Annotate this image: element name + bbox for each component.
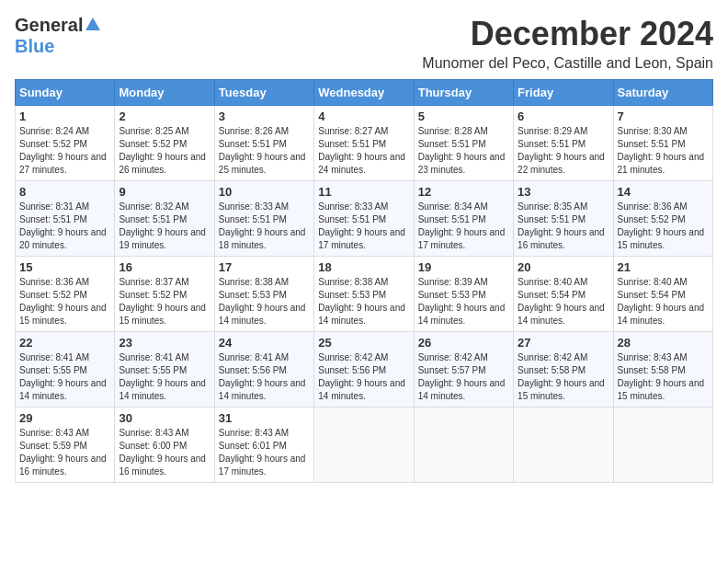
sunset-label: Sunset: 5:51 PM (19, 214, 87, 224)
sunset-label: Sunset: 5:56 PM (219, 365, 287, 375)
day-info: Sunrise: 8:38 AM Sunset: 5:53 PM Dayligh… (318, 276, 409, 327)
day-cell-6: 6 Sunrise: 8:29 AM Sunset: 5:51 PM Dayli… (514, 106, 613, 181)
calendar-week-row: 22 Sunrise: 8:41 AM Sunset: 5:55 PM Dayl… (16, 332, 713, 408)
day-number: 28 (618, 336, 709, 350)
day-info: Sunrise: 8:29 AM Sunset: 5:51 PM Dayligh… (518, 125, 609, 177)
day-cell-31: 31 Sunrise: 8:43 AM Sunset: 6:01 PM Dayl… (214, 408, 313, 483)
day-info: Sunrise: 8:37 AM Sunset: 5:52 PM Dayligh… (119, 276, 210, 327)
day-info: Sunrise: 8:36 AM Sunset: 5:52 PM Dayligh… (19, 276, 110, 327)
day-cell-1: 1 Sunrise: 8:24 AM Sunset: 5:52 PM Dayli… (16, 106, 115, 181)
day-cell-17: 17 Sunrise: 8:38 AM Sunset: 5:53 PM Dayl… (214, 257, 313, 332)
day-cell-29: 29 Sunrise: 8:43 AM Sunset: 5:59 PM Dayl… (16, 408, 115, 483)
day-number: 14 (618, 185, 709, 199)
day-number: 4 (318, 109, 409, 123)
day-cell-14: 14 Sunrise: 8:36 AM Sunset: 5:52 PM Dayl… (613, 181, 712, 257)
sunrise-label: Sunrise: 8:32 AM (119, 201, 188, 212)
weekday-header-wednesday: Wednesday (314, 80, 414, 106)
day-cell-26: 26 Sunrise: 8:42 AM Sunset: 5:57 PM Dayl… (414, 332, 513, 408)
sunset-label: Sunset: 6:01 PM (219, 441, 287, 451)
sunrise-label: Sunrise: 8:37 AM (119, 277, 188, 287)
day-cell-23: 23 Sunrise: 8:41 AM Sunset: 5:55 PM Dayl… (115, 332, 214, 408)
daylight-label: Daylight: 9 hours and 23 minutes. (418, 152, 506, 175)
sunrise-label: Sunrise: 8:26 AM (219, 126, 289, 136)
sunrise-label: Sunrise: 8:30 AM (618, 126, 688, 136)
weekday-header-saturday: Saturday (613, 80, 712, 106)
daylight-label: Daylight: 9 hours and 14 minutes. (518, 303, 605, 326)
empty-day-cell (514, 408, 613, 483)
day-number: 16 (119, 260, 210, 274)
sunrise-label: Sunrise: 8:43 AM (19, 428, 89, 438)
day-number: 22 (19, 336, 110, 350)
day-cell-11: 11 Sunrise: 8:33 AM Sunset: 5:51 PM Dayl… (314, 181, 414, 257)
daylight-label: Daylight: 9 hours and 15 minutes. (119, 303, 206, 326)
day-info: Sunrise: 8:24 AM Sunset: 5:52 PM Dayligh… (19, 125, 110, 177)
logo-general-text: General (15, 15, 83, 36)
day-info: Sunrise: 8:41 AM Sunset: 5:55 PM Dayligh… (19, 351, 110, 403)
daylight-label: Daylight: 9 hours and 15 minutes. (618, 227, 705, 250)
daylight-label: Daylight: 9 hours and 21 minutes. (618, 152, 705, 175)
logo: General Blue (15, 15, 101, 57)
day-info: Sunrise: 8:33 AM Sunset: 5:51 PM Dayligh… (318, 201, 409, 252)
day-cell-30: 30 Sunrise: 8:43 AM Sunset: 6:00 PM Dayl… (115, 408, 214, 483)
sunrise-label: Sunrise: 8:35 AM (518, 201, 587, 212)
day-cell-22: 22 Sunrise: 8:41 AM Sunset: 5:55 PM Dayl… (16, 332, 115, 408)
title-block: December 2024 Munomer del Peco, Castille… (422, 15, 713, 72)
daylight-label: Daylight: 9 hours and 14 minutes. (219, 303, 306, 326)
sunset-label: Sunset: 5:51 PM (518, 214, 586, 224)
sunrise-label: Sunrise: 8:28 AM (418, 126, 488, 136)
daylight-label: Daylight: 9 hours and 15 minutes. (19, 303, 107, 326)
day-info: Sunrise: 8:30 AM Sunset: 5:51 PM Dayligh… (618, 125, 709, 177)
sunset-label: Sunset: 5:55 PM (119, 365, 187, 375)
daylight-label: Daylight: 9 hours and 16 minutes. (119, 454, 206, 477)
day-number: 1 (19, 109, 110, 123)
day-info: Sunrise: 8:31 AM Sunset: 5:51 PM Dayligh… (19, 201, 110, 252)
sunrise-label: Sunrise: 8:38 AM (219, 277, 289, 287)
sunset-label: Sunset: 5:51 PM (418, 214, 486, 224)
daylight-label: Daylight: 9 hours and 14 minutes. (618, 303, 705, 326)
daylight-label: Daylight: 9 hours and 19 minutes. (119, 227, 206, 250)
sunset-label: Sunset: 5:59 PM (19, 441, 87, 451)
day-number: 30 (119, 411, 210, 425)
daylight-label: Daylight: 9 hours and 16 minutes. (518, 227, 605, 250)
day-number: 20 (518, 260, 609, 274)
day-number: 5 (418, 109, 509, 123)
day-number: 15 (19, 260, 110, 274)
sunrise-label: Sunrise: 8:25 AM (119, 126, 188, 136)
sunset-label: Sunset: 5:58 PM (518, 365, 586, 375)
sunset-label: Sunset: 5:51 PM (318, 139, 386, 149)
daylight-label: Daylight: 9 hours and 14 minutes. (19, 378, 107, 401)
day-info: Sunrise: 8:40 AM Sunset: 5:54 PM Dayligh… (618, 276, 709, 327)
day-info: Sunrise: 8:42 AM Sunset: 5:58 PM Dayligh… (518, 351, 609, 403)
daylight-label: Daylight: 9 hours and 15 minutes. (618, 378, 705, 401)
day-cell-5: 5 Sunrise: 8:28 AM Sunset: 5:51 PM Dayli… (414, 106, 513, 181)
day-number: 7 (618, 109, 709, 123)
calendar-table: SundayMondayTuesdayWednesdayThursdayFrid… (15, 79, 713, 483)
weekday-header-thursday: Thursday (414, 80, 513, 106)
daylight-label: Daylight: 9 hours and 14 minutes. (219, 378, 306, 401)
day-cell-21: 21 Sunrise: 8:40 AM Sunset: 5:54 PM Dayl… (613, 257, 712, 332)
calendar-week-row: 29 Sunrise: 8:43 AM Sunset: 5:59 PM Dayl… (16, 408, 713, 483)
day-info: Sunrise: 8:43 AM Sunset: 5:58 PM Dayligh… (618, 351, 709, 403)
day-info: Sunrise: 8:38 AM Sunset: 5:53 PM Dayligh… (219, 276, 310, 327)
sunrise-label: Sunrise: 8:43 AM (219, 428, 289, 438)
sunrise-label: Sunrise: 8:40 AM (518, 277, 587, 287)
month-title: December 2024 (422, 15, 713, 53)
sunset-label: Sunset: 5:51 PM (518, 139, 586, 149)
day-cell-15: 15 Sunrise: 8:36 AM Sunset: 5:52 PM Dayl… (16, 257, 115, 332)
sunset-label: Sunset: 5:51 PM (119, 214, 187, 224)
day-cell-19: 19 Sunrise: 8:39 AM Sunset: 5:53 PM Dayl… (414, 257, 513, 332)
day-info: Sunrise: 8:39 AM Sunset: 5:53 PM Dayligh… (418, 276, 509, 327)
day-number: 8 (19, 185, 110, 199)
empty-day-cell (314, 408, 414, 483)
day-number: 27 (518, 336, 609, 350)
logo-blue-text: Blue (15, 36, 54, 57)
day-number: 11 (318, 185, 409, 199)
day-info: Sunrise: 8:43 AM Sunset: 6:01 PM Dayligh… (219, 427, 310, 478)
day-info: Sunrise: 8:41 AM Sunset: 5:55 PM Dayligh… (119, 351, 210, 403)
day-info: Sunrise: 8:40 AM Sunset: 5:54 PM Dayligh… (518, 276, 609, 327)
daylight-label: Daylight: 9 hours and 17 minutes. (318, 227, 405, 250)
sunset-label: Sunset: 5:52 PM (19, 290, 87, 300)
day-cell-7: 7 Sunrise: 8:30 AM Sunset: 5:51 PM Dayli… (613, 106, 712, 181)
day-cell-4: 4 Sunrise: 8:27 AM Sunset: 5:51 PM Dayli… (314, 106, 414, 181)
day-info: Sunrise: 8:28 AM Sunset: 5:51 PM Dayligh… (418, 125, 509, 177)
